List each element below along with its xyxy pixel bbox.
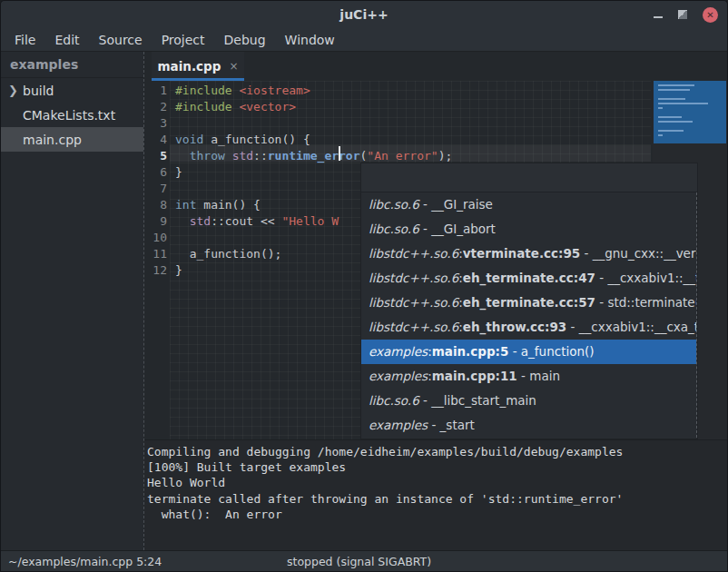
stack-frame-function: __cxxabiv1::__cxa_thro xyxy=(579,320,696,334)
stack-frame-row[interactable]: examples - _start xyxy=(361,413,696,438)
line-number: 6 xyxy=(144,164,172,181)
code-token xyxy=(175,214,190,228)
code-token: :: xyxy=(253,149,268,163)
file-position-status: ~/examples/main.cpp 5:24 xyxy=(8,555,162,568)
console-line: [100%] Built target examples xyxy=(147,459,725,475)
sidebar-item-cmakelists-txt[interactable]: CMakeLists.txt xyxy=(1,103,143,127)
minimap-viewport[interactable] xyxy=(654,81,726,143)
code-token: "An error" xyxy=(367,149,438,163)
stack-frame-library: libstdc++.so.6 xyxy=(369,295,458,310)
sidebar-item-build[interactable]: ❯build xyxy=(1,78,143,103)
stack-frame-function: __GI_abort xyxy=(431,222,496,236)
sidebar-item-label: CMakeLists.txt xyxy=(23,108,115,123)
minimap-code-line xyxy=(658,84,694,86)
minimize-icon[interactable] xyxy=(654,16,663,18)
tab-main-cpp[interactable]: main.cpp × xyxy=(152,52,244,81)
stack-frame-library: libstdc++.so.6 xyxy=(369,320,458,334)
project-tree: examples ❯buildCMakeLists.txtmain.cpp xyxy=(1,52,143,550)
title-bar[interactable]: juCi++ ✕ xyxy=(1,1,727,28)
stack-frame-row[interactable]: libc.so.6 - __libc_start_main xyxy=(361,389,696,413)
code-token: throw xyxy=(190,149,225,163)
stack-frame-library: examples xyxy=(369,418,428,432)
code-token: a_function(); xyxy=(175,247,281,261)
minimap-code-line xyxy=(658,103,708,104)
sidebar-item-main-cpp[interactable]: main.cpp xyxy=(1,127,143,152)
stack-frame-function: a_function() xyxy=(521,344,595,359)
menu-item-window[interactable]: Window xyxy=(282,33,338,47)
stack-frame-row[interactable]: libstdc++.so.6:eh_terminate.cc:57 - std:… xyxy=(361,291,696,315)
console-line: Hello World xyxy=(147,475,725,490)
close-icon[interactable]: ✕ xyxy=(703,7,718,23)
stack-frame-function: __GI_raise xyxy=(431,197,493,212)
minimap-code-line xyxy=(658,116,682,118)
minimap-code-line xyxy=(658,98,685,100)
tab-bar: main.cpp × xyxy=(144,52,727,81)
build-output-console[interactable]: Compiling and debugging /home/eidheim/ex… xyxy=(144,439,727,550)
stack-frame-library: examples xyxy=(369,344,428,359)
line-number: 3 xyxy=(144,115,172,132)
code-token xyxy=(225,149,232,163)
sidebar-item-label: main.cpp xyxy=(23,133,82,147)
tab-label: main.cpp xyxy=(158,59,221,74)
stack-frame-row[interactable]: examples:main.cpp:11 - main xyxy=(361,364,696,389)
menu-item-file[interactable]: File xyxy=(12,33,38,47)
minimap-code-line xyxy=(658,107,663,109)
code-line: #include <vector> xyxy=(175,99,452,115)
code-token: } xyxy=(175,165,182,179)
window-controls: ✕ xyxy=(654,1,718,28)
stack-frame-function: __cxxabiv1::__term xyxy=(607,271,696,285)
stack-frame-library: libstdc++.so.6 xyxy=(369,246,458,261)
line-number: 8 xyxy=(144,197,172,213)
code-token: a_function() { xyxy=(203,133,310,146)
menu-item-project[interactable]: Project xyxy=(159,33,208,47)
code-token xyxy=(175,149,190,163)
stack-frame-location: eh_terminate.cc:47 xyxy=(463,271,595,285)
console-line: Compiling and debugging /home/eidheim/ex… xyxy=(147,444,725,459)
stack-frame-library: libc.so.6 xyxy=(369,222,419,236)
editor-pane: main.cpp × 123456789101112 #include <ios… xyxy=(143,52,727,550)
line-number: 2 xyxy=(144,99,172,115)
code-token: <iostream> xyxy=(239,84,310,97)
code-token: int xyxy=(175,198,196,212)
stack-frame-row[interactable]: libstdc++.so.6:vterminate.cc:95 - __gnu_… xyxy=(361,242,696,266)
chevron-right-icon[interactable]: ❯ xyxy=(8,84,23,97)
code-token: #include xyxy=(175,100,232,113)
menu-item-source[interactable]: Source xyxy=(96,33,145,47)
window-title: juCi++ xyxy=(339,7,388,22)
line-number: 5 xyxy=(144,148,172,164)
code-token: main() { xyxy=(196,198,260,212)
line-number-gutter: 123456789101112 xyxy=(144,83,172,279)
code-editor[interactable]: 123456789101112 #include <iostream>#incl… xyxy=(144,81,727,439)
text-cursor xyxy=(339,146,340,161)
line-number: 12 xyxy=(144,262,172,279)
stack-frame-row[interactable]: libc.so.6 - __GI_raise xyxy=(361,192,696,217)
stack-frame-location: main.cpp:11 xyxy=(432,369,517,383)
stack-frame-row[interactable]: libc.so.6 - __GI_abort xyxy=(361,217,696,242)
app-window: juCi++ ✕ FileEditSourceProjectDebugWindo… xyxy=(0,0,728,572)
menu-item-debug[interactable]: Debug xyxy=(221,33,269,47)
code-token: ); xyxy=(438,149,453,163)
debug-status: stopped (signal SIGABRT) xyxy=(287,555,431,568)
stack-trace-popup: libc.so.6 - __GI_raiselibc.so.6 - __GI_a… xyxy=(360,163,698,439)
console-line: terminate called after throwing an insta… xyxy=(147,491,725,507)
tab-close-icon[interactable]: × xyxy=(229,60,238,73)
restore-icon[interactable] xyxy=(678,10,687,19)
stack-frame-row[interactable]: libstdc++.so.6:eh_throw.cc:93 - __cxxabi… xyxy=(361,315,696,340)
minimap-code-line xyxy=(658,134,663,136)
menu-item-edit[interactable]: Edit xyxy=(52,33,82,47)
code-token: #include xyxy=(175,84,232,97)
line-number: 10 xyxy=(144,230,172,246)
line-number: 1 xyxy=(144,83,172,99)
stack-frame-function: __gnu_cxx::__verbos xyxy=(593,246,696,261)
code-line: #include <iostream> xyxy=(175,83,452,99)
minimap-code-line xyxy=(658,130,684,132)
stack-frame-row[interactable]: examples:main.cpp:5 - a_function() xyxy=(361,340,696,364)
minimap-code-line xyxy=(658,121,693,123)
status-bar: ~/examples/main.cpp 5:24 stopped (signal… xyxy=(1,550,727,571)
stack-frame-function: main xyxy=(529,369,560,383)
line-number: 7 xyxy=(144,181,172,197)
stack-frame-row[interactable]: libstdc++.so.6:eh_terminate.cc:47 - __cx… xyxy=(361,266,696,291)
stack-trace-list: libc.so.6 - __GI_raiselibc.so.6 - __GI_a… xyxy=(361,192,697,438)
code-token: runtime_error xyxy=(268,149,360,163)
code-token: std xyxy=(190,214,211,228)
